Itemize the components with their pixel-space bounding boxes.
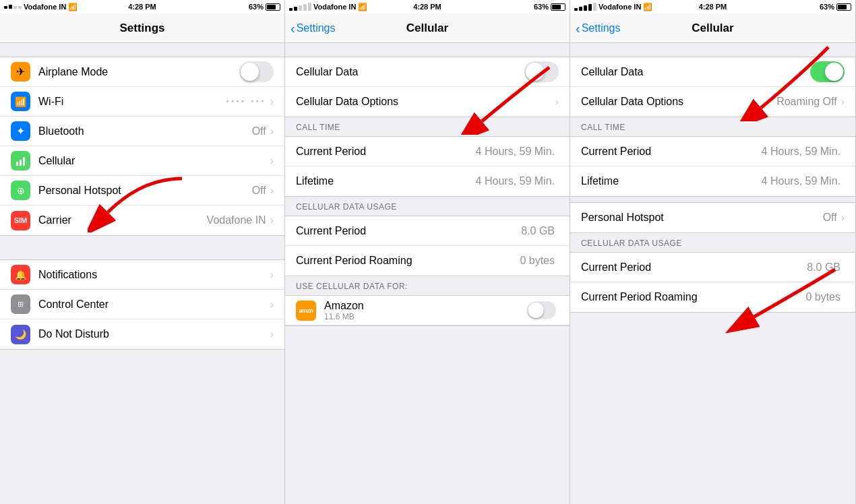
nav-title-3: Cellular: [692, 22, 733, 35]
row-current-period-roaming: Current Period Roaming 0 bytes: [285, 246, 570, 276]
lifetime-calls-value: 4 Hours, 59 Min.: [476, 175, 555, 187]
status-bar-3: Vodafone IN 📶 4:28 PM 63%: [570, 0, 855, 13]
row-current-period-roaming-3: Current Period Roaming 0 bytes: [570, 282, 855, 312]
cellular-options-on-chevron: ›: [841, 96, 845, 108]
cellular-chevron: ›: [270, 155, 274, 167]
cellular-list-on: Cellular Data Cellular Data Options Roam…: [570, 43, 855, 504]
carrier-icon: SIM: [11, 211, 30, 230]
status-battery-1: 63%: [249, 3, 280, 11]
amazon-toggle[interactable]: [527, 301, 556, 319]
carrier-text-1: Vodafone IN: [24, 3, 66, 11]
call-time-header-3: CALL TIME: [570, 117, 855, 136]
current-period-data-3-label: Current Period: [581, 261, 807, 274]
status-time-3: 4:28 PM: [699, 3, 727, 11]
status-battery-2: 63%: [534, 3, 565, 11]
row-lifetime-calls: Lifetime 4 Hours, 59 Min.: [285, 166, 570, 196]
back-chevron-2: ‹: [291, 22, 295, 35]
row-airplane-mode[interactable]: ✈ Airplane Mode: [0, 57, 284, 87]
hotspot-label: Personal Hotspot: [38, 185, 252, 197]
nav-bar-2: ‹ Settings Cellular: [285, 13, 570, 43]
status-time-1: 4:28 PM: [128, 3, 156, 11]
back-button-2[interactable]: ‹ Settings: [291, 22, 335, 35]
wifi-label: Wi-Fi: [38, 96, 226, 108]
call-time-group-3: Current Period 4 Hours, 59 Min. Lifetime…: [570, 136, 855, 197]
hotspot-chevron: ›: [270, 185, 274, 197]
use-for-header: USE CELLULAR DATA FOR:: [285, 276, 570, 295]
dnd-icon: 🌙: [11, 325, 30, 344]
row-personal-hotspot-3[interactable]: Personal Hotspot Off ›: [570, 203, 855, 232]
row-personal-hotspot[interactable]: ⊕ Personal Hotspot Off ›: [0, 176, 284, 206]
notifications-icon: 🔔: [11, 265, 30, 284]
current-period-roaming-3-label: Current Period Roaming: [581, 291, 805, 303]
row-carrier[interactable]: SIM Carrier Vodafone IN ›: [0, 206, 284, 235]
svg-rect-0: [16, 162, 18, 166]
current-period-calls-value: 4 Hours, 59 Min.: [476, 146, 555, 158]
current-period-data-value: 8.0 GB: [521, 225, 555, 237]
row-cellular-data-on[interactable]: Cellular Data: [570, 57, 855, 87]
panel-cellular-off: Vodafone IN 📶 4:28 PM 63% ‹ Settings Cel…: [285, 0, 570, 504]
cellular-options-chevron: ›: [555, 96, 559, 108]
dnd-label: Do Not Disturb: [38, 328, 270, 340]
back-button-3[interactable]: ‹ Settings: [576, 22, 620, 35]
nav-bar-3: ‹ Settings Cellular: [570, 13, 855, 43]
row-current-period-data-3: Current Period 8.0 GB: [570, 253, 855, 282]
control-center-label: Control Center: [38, 298, 270, 311]
data-usage-group-3: Current Period 8.0 GB Current Period Roa…: [570, 252, 855, 313]
amazon-icon: amzn: [296, 301, 316, 321]
row-cellular[interactable]: Cellular ›: [0, 146, 284, 176]
nav-title-1: Settings: [119, 22, 164, 35]
row-dnd[interactable]: 🌙 Do Not Disturb ›: [0, 319, 284, 349]
status-carrier-3: Vodafone IN 📶: [574, 3, 652, 11]
cellular-data-toggle[interactable]: [524, 61, 559, 82]
airplane-label: Airplane Mode: [38, 66, 239, 78]
row-amazon[interactable]: amzn Amazon 11.6 MB: [285, 296, 570, 325]
carrier-value: Vodafone IN: [207, 214, 266, 226]
row-cellular-data-toggle[interactable]: Cellular Data: [285, 57, 570, 87]
bluetooth-label: Bluetooth: [38, 125, 252, 137]
personal-hotspot-3-label: Personal Hotspot: [581, 212, 823, 224]
carrier-text-2: Vodafone IN: [313, 3, 356, 11]
bluetooth-value: Off: [252, 125, 266, 137]
row-cellular-options-on[interactable]: Cellular Data Options Roaming Off ›: [570, 87, 855, 117]
status-carrier-1: Vodafone IN 📶: [4, 3, 78, 11]
carrier-text-3: Vodafone IN: [599, 3, 641, 11]
control-center-icon: ⊞: [11, 294, 30, 314]
current-period-calls-3-label: Current Period: [581, 146, 762, 158]
cellular-options-on-value: Roaming Off: [776, 96, 837, 108]
current-period-roaming-label: Current Period Roaming: [296, 255, 520, 267]
bluetooth-icon: ✦: [11, 121, 30, 141]
cellular-data-on-toggle[interactable]: [810, 61, 845, 82]
back-chevron-3: ‹: [576, 22, 580, 35]
airplane-toggle[interactable]: [239, 61, 274, 82]
row-current-period-calls: Current Period 4 Hours, 59 Min.: [285, 137, 570, 166]
svg-rect-1: [20, 160, 22, 166]
row-cellular-options[interactable]: Cellular Data Options ›: [285, 87, 570, 117]
nav-title-2: Cellular: [406, 22, 448, 35]
amazon-info: Amazon 11.6 MB: [324, 300, 524, 321]
back-label-2: Settings: [297, 22, 336, 34]
row-wifi[interactable]: 📶 Wi-Fi •••• ••• ›: [0, 87, 284, 117]
status-carrier-2: Vodafone IN 📶: [289, 3, 367, 11]
row-control-center[interactable]: ⊞ Control Center ›: [0, 290, 284, 319]
lifetime-calls-label: Lifetime: [296, 175, 476, 187]
control-center-chevron: ›: [270, 298, 274, 311]
notifications-label: Notifications: [38, 269, 270, 281]
status-time-2: 4:28 PM: [413, 3, 441, 11]
hotspot-value: Off: [252, 185, 266, 197]
row-notifications[interactable]: 🔔 Notifications ›: [0, 260, 284, 290]
signal-2: [289, 3, 311, 11]
row-bluetooth[interactable]: ✦ Bluetooth Off ›: [0, 117, 284, 146]
personal-hotspot-group-3: Personal Hotspot Off ›: [570, 202, 855, 233]
settings-group-system: 🔔 Notifications › ⊞ Control Center › 🌙 D…: [0, 259, 284, 350]
lifetime-calls-3-value: 4 Hours, 59 Min.: [762, 175, 840, 187]
amazon-size: 11.6 MB: [324, 312, 524, 321]
lifetime-calls-3-label: Lifetime: [581, 175, 762, 187]
data-usage-group-2: Current Period 8.0 GB Current Period Roa…: [285, 216, 570, 276]
panel-cellular-on: Vodafone IN 📶 4:28 PM 63% ‹ Settings Cel…: [570, 0, 856, 504]
status-bar-1: Vodafone IN 📶 4:28 PM 63%: [0, 0, 284, 13]
status-bar-2: Vodafone IN 📶 4:28 PM 63%: [285, 0, 570, 13]
hotspot-icon: ⊕: [11, 181, 30, 200]
cellular-list-off: Cellular Data Cellular Data Options › CA…: [285, 43, 570, 504]
use-for-group: amzn Amazon 11.6 MB: [285, 295, 570, 326]
airplane-icon: ✈: [11, 62, 30, 82]
